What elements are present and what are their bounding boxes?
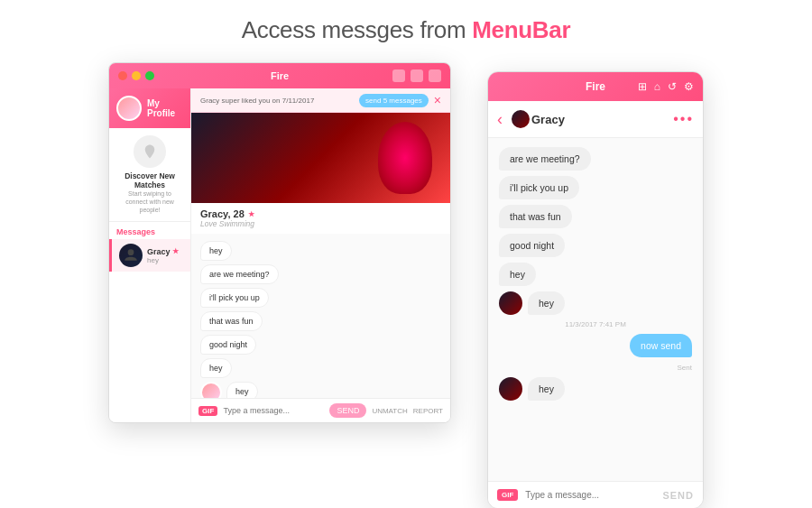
desktop-send-button[interactable]: SEND [329, 403, 366, 418]
mobile-title-icons: ⊞ ⌂ ↺ ⚙ [638, 80, 694, 93]
window-titlebar: Fire [109, 63, 450, 88]
mobile-contact-name: Gracy [531, 113, 673, 126]
unmatch-button[interactable]: UNMATCH [372, 407, 407, 415]
mobile-bubble-received: good night [499, 234, 565, 257]
mobile-bubble-received-2: hey [528, 377, 565, 401]
bubble-with-avatar: hey [200, 382, 441, 398]
msg-name: Gracy ★ [147, 247, 183, 256]
dot-green[interactable] [145, 71, 154, 80]
mobile-icon-2[interactable]: ⌂ [654, 80, 660, 93]
chat-notification: Gracy super liked you on 7/11/2017 send … [191, 88, 450, 113]
mobile-timestamp: 11/3/2017 7:41 PM [499, 320, 692, 328]
mobile-bubble-received: hey [528, 291, 565, 315]
profile-name-age: Gracy, 28 ★ [200, 208, 441, 219]
desktop-chat-input-bar: GIF SEND UNMATCH REPORT [191, 398, 450, 422]
msg-avatar [119, 244, 143, 267]
mobile-titlebar: Fire ⊞ ⌂ ↺ ⚙ [488, 72, 703, 101]
dot-red[interactable] [118, 71, 127, 80]
header-brand: MenuBar [472, 16, 570, 43]
desktop-messages-list: hey are we meeting? i'll pick you up tha… [191, 234, 450, 398]
mobile-send-button[interactable]: SEND [662, 490, 694, 501]
message-list-item[interactable]: Gracy ★ hey [109, 239, 190, 272]
mobile-sender-avatar-2 [499, 377, 522, 401]
window-dots [118, 71, 154, 80]
report-button[interactable]: REPORT [413, 407, 443, 415]
mobile-sender-avatar [499, 291, 522, 315]
profile-card: Gracy, 28 ★ Love Swimming [191, 113, 450, 234]
mobile-icon-3[interactable]: ↺ [668, 80, 677, 93]
msg-preview: hey [147, 256, 183, 264]
chat-bubble-received: hey [200, 241, 232, 261]
sender-avatar [200, 382, 222, 398]
profile-avatar [116, 96, 142, 121]
window-title-icons [392, 69, 441, 82]
send-messages-button[interactable]: send 5 messages [359, 94, 429, 107]
profile-label: My Profile [147, 98, 183, 118]
mobile-app: Fire ⊞ ⌂ ↺ ⚙ ‹ Gracy ••• are we meeting?… [487, 71, 704, 508]
mobile-messages-list: are we meeting? i'll pick you up that wa… [488, 138, 703, 481]
chat-bubble-received: hey [226, 382, 258, 398]
dot-yellow[interactable] [132, 71, 141, 80]
discover-title: Discover New Matches [116, 171, 183, 189]
chat-bubble-received: good night [200, 335, 256, 355]
close-notification-button[interactable]: × [434, 93, 441, 107]
mobile-bubble-received: i'll pick you up [499, 176, 579, 199]
profile-info: Gracy, 28 ★ Love Swimming [191, 203, 450, 234]
chat-bubble-received: that was fun [200, 311, 263, 331]
mobile-bubble-sent: now send [630, 334, 692, 357]
mobile-input-bar: GIF SEND [488, 481, 703, 508]
mobile-bubble-received: hey [499, 263, 536, 286]
mobile-bubble-with-avatar: hey [499, 291, 692, 315]
mobile-title: Fire [586, 80, 605, 93]
desktop-message-input[interactable] [223, 406, 324, 415]
title-icon-1[interactable] [392, 69, 405, 82]
svg-point-0 [128, 250, 134, 256]
window-title: Fire [271, 70, 289, 81]
more-options-button[interactable]: ••• [673, 111, 694, 127]
rose-decoration [378, 122, 432, 194]
desktop-window: Fire My Profile Discover New Matche [108, 62, 451, 423]
header-prefix: Access messges from [242, 16, 473, 43]
mobile-header: ‹ Gracy ••• [488, 101, 703, 138]
title-icon-3[interactable] [429, 69, 441, 82]
gif-badge[interactable]: GIF [198, 406, 217, 416]
mobile-contact-avatar [510, 108, 531, 130]
title-icon-2[interactable] [411, 69, 423, 82]
back-button[interactable]: ‹ [497, 111, 503, 127]
mobile-icon-1[interactable]: ⊞ [638, 80, 647, 93]
chat-area: Gracy super liked you on 7/11/2017 send … [191, 88, 450, 422]
chat-bubble-received: hey [200, 358, 232, 378]
discover-icon [134, 135, 166, 168]
chat-bubble-received: are we meeting? [200, 264, 279, 284]
content-area: Fire My Profile Discover New Matche [0, 62, 812, 508]
page-header: Access messges from MenuBar [242, 0, 571, 62]
notification-text: Gracy super liked you on 7/11/2017 [200, 97, 359, 105]
mobile-message-input[interactable] [525, 490, 655, 500]
discover-section[interactable]: Discover New Matches Start swiping to co… [109, 128, 190, 222]
star-icon: ★ [172, 247, 179, 255]
profile-photo [191, 113, 450, 203]
sidebar: My Profile Discover New Matches Start sw… [109, 88, 191, 422]
msg-info: Gracy ★ hey [147, 247, 183, 264]
mobile-sent-label: Sent [499, 364, 692, 372]
profile-bio: Love Swimming [200, 219, 441, 228]
mobile-gif-badge[interactable]: GIF [497, 489, 518, 501]
window-body: My Profile Discover New Matches Start sw… [109, 88, 450, 422]
discover-sub: Start swiping to connect with new people… [116, 189, 183, 214]
sidebar-profile[interactable]: My Profile [109, 88, 190, 128]
mobile-bubble-received: that was fun [499, 205, 572, 228]
mobile-bubble-with-avatar-2: hey [499, 377, 692, 401]
mobile-icon-4[interactable]: ⚙ [684, 80, 694, 93]
chat-bubble-received: i'll pick you up [200, 288, 269, 308]
mobile-bubble-received: are we meeting? [499, 147, 591, 171]
profile-star: ★ [248, 210, 254, 218]
messages-label: Messages [109, 222, 190, 239]
